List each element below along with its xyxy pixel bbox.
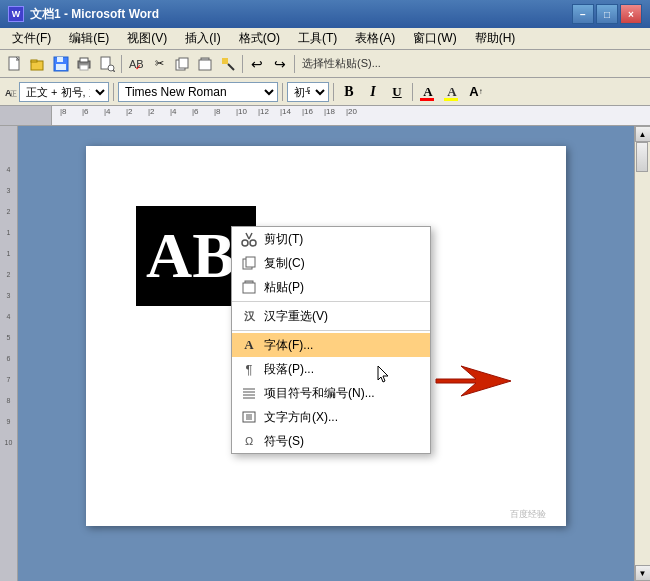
- ctx-reselect[interactable]: 汉 汉字重选(V): [232, 304, 430, 328]
- paste-icon: [240, 278, 258, 296]
- svg-rect-7: [80, 58, 88, 62]
- toolbar-formatting: A正 正文 + 初号, 加 Times New Roman 初号 B I U A…: [0, 78, 650, 106]
- maximize-button[interactable]: □: [596, 4, 618, 24]
- watermark: 百度经验: [510, 508, 546, 521]
- reselect-icon: 汉: [240, 307, 258, 325]
- font-icon: A: [240, 336, 258, 354]
- paste-button[interactable]: [194, 53, 216, 75]
- svg-rect-8: [80, 65, 88, 70]
- ctx-copy-label: 复制(C): [264, 255, 422, 272]
- ctx-separator2: [232, 330, 430, 331]
- ctx-symbol-label: 符号(S): [264, 433, 422, 450]
- main-content-area: 4 3 2 1 1 2 3 4 5 6 7 8 9 10 AB: [0, 126, 650, 581]
- svg-text:正: 正: [10, 90, 17, 97]
- copy-button[interactable]: [171, 53, 193, 75]
- svg-point-23: [250, 240, 256, 246]
- scroll-thumb[interactable]: [636, 142, 648, 172]
- menu-file[interactable]: 文件(F): [4, 28, 59, 49]
- font-dropdown[interactable]: Times New Roman: [118, 82, 278, 102]
- menu-help[interactable]: 帮助(H): [467, 28, 524, 49]
- svg-marker-37: [378, 366, 388, 382]
- separator3: [294, 55, 295, 73]
- menu-format[interactable]: 格式(O): [231, 28, 288, 49]
- spell-check-button[interactable]: AB✓: [125, 53, 147, 75]
- svg-rect-2: [31, 60, 37, 62]
- highlight-button[interactable]: A: [441, 81, 463, 103]
- svg-line-11: [113, 70, 115, 72]
- side-ruler: 4 3 2 1 1 2 3 4 5 6 7 8 9 10: [0, 126, 18, 581]
- print-button[interactable]: [73, 53, 95, 75]
- copy-icon: [240, 254, 258, 272]
- menu-insert[interactable]: 插入(I): [177, 28, 228, 49]
- symbol-icon: Ω: [240, 432, 258, 450]
- menu-bar: 文件(F) 编辑(E) 视图(V) 插入(I) 格式(O) 工具(T) 表格(A…: [0, 28, 650, 50]
- ctx-paste[interactable]: 粘贴(P): [232, 275, 430, 299]
- open-button[interactable]: [27, 53, 49, 75]
- ctx-textdir-label: 文字方向(X)...: [264, 409, 422, 426]
- grow-font-button[interactable]: A↑: [465, 81, 487, 103]
- ctx-font-label: 字体(F)...: [264, 337, 422, 354]
- font-color-button[interactable]: A: [417, 81, 439, 103]
- ctx-copy[interactable]: 复制(C): [232, 251, 430, 275]
- scroll-up-button[interactable]: ▲: [635, 126, 651, 142]
- svg-rect-5: [56, 64, 66, 70]
- style-dropdown[interactable]: 正文 + 初号, 加: [19, 82, 109, 102]
- menu-view[interactable]: 视图(V): [119, 28, 175, 49]
- ctx-bullets[interactable]: 项目符号和编号(N)...: [232, 381, 430, 405]
- format-painter-button[interactable]: [217, 53, 239, 75]
- preview-button[interactable]: [96, 53, 118, 75]
- separator6: [333, 83, 334, 101]
- svg-line-19: [228, 64, 234, 70]
- close-button[interactable]: ×: [620, 4, 642, 24]
- separator1: [121, 55, 122, 73]
- red-arrow: [431, 361, 511, 404]
- new-doc-button[interactable]: [4, 53, 26, 75]
- menu-table[interactable]: 表格(A): [347, 28, 403, 49]
- ctx-symbol[interactable]: Ω 符号(S): [232, 429, 430, 453]
- window-title: 文档1 - Microsoft Word: [30, 6, 159, 23]
- minimize-button[interactable]: −: [572, 4, 594, 24]
- menu-edit[interactable]: 编辑(E): [61, 28, 117, 49]
- size-dropdown[interactable]: 初号: [287, 82, 329, 102]
- context-menu: 剪切(T) 复制(C) 粘贴(P): [231, 226, 431, 454]
- scroll-track[interactable]: [635, 142, 650, 565]
- textdir-icon: [240, 408, 258, 426]
- svg-rect-18: [222, 58, 228, 64]
- style-label: A正: [4, 85, 18, 99]
- ctx-textdir[interactable]: 文字方向(X)...: [232, 405, 430, 429]
- bullets-icon: [240, 384, 258, 402]
- ctx-paste-label: 粘贴(P): [264, 279, 422, 296]
- paste-special-label[interactable]: 选择性粘贴(S)...: [298, 56, 385, 71]
- svg-marker-36: [436, 366, 511, 396]
- ruler: |8 |6 |4 |2 |2 |4 |6 |8 |10 |12 |14 |16 …: [0, 106, 650, 126]
- ctx-reselect-label: 汉字重选(V): [264, 308, 422, 325]
- underline-button[interactable]: U: [386, 81, 408, 103]
- separator5: [282, 83, 283, 101]
- bold-button[interactable]: B: [338, 81, 360, 103]
- undo-button[interactable]: ↩: [246, 53, 268, 75]
- svg-rect-4: [57, 57, 63, 62]
- menu-window[interactable]: 窗口(W): [405, 28, 464, 49]
- redo-button[interactable]: ↪: [269, 53, 291, 75]
- document-page: AB 剪切(T) 复制(C): [86, 146, 566, 526]
- cursor-pointer: [376, 364, 392, 387]
- vertical-scrollbar: ▲ ▼: [634, 126, 650, 581]
- svg-rect-15: [179, 58, 188, 68]
- ctx-separator1: [232, 301, 430, 302]
- ctx-cut-label: 剪切(T): [264, 231, 422, 248]
- ctx-paragraph-label: 段落(P)...: [264, 361, 422, 378]
- save-button[interactable]: [50, 53, 72, 75]
- ruler-left-margin: [0, 106, 52, 125]
- ctx-cut[interactable]: 剪切(T): [232, 227, 430, 251]
- ab-text-content: AB: [146, 219, 235, 293]
- menu-tools[interactable]: 工具(T): [290, 28, 345, 49]
- ctx-paragraph[interactable]: ¶ 段落(P)...: [232, 357, 430, 381]
- scroll-down-button[interactable]: ▼: [635, 565, 651, 581]
- ctx-bullets-label: 项目符号和编号(N)...: [264, 385, 422, 402]
- ctx-font[interactable]: A 字体(F)...: [232, 333, 430, 357]
- italic-button[interactable]: I: [362, 81, 384, 103]
- cut-button[interactable]: ✂: [148, 53, 170, 75]
- svg-rect-27: [243, 283, 255, 293]
- separator2: [242, 55, 243, 73]
- title-bar: W 文档1 - Microsoft Word − □ ×: [0, 0, 650, 28]
